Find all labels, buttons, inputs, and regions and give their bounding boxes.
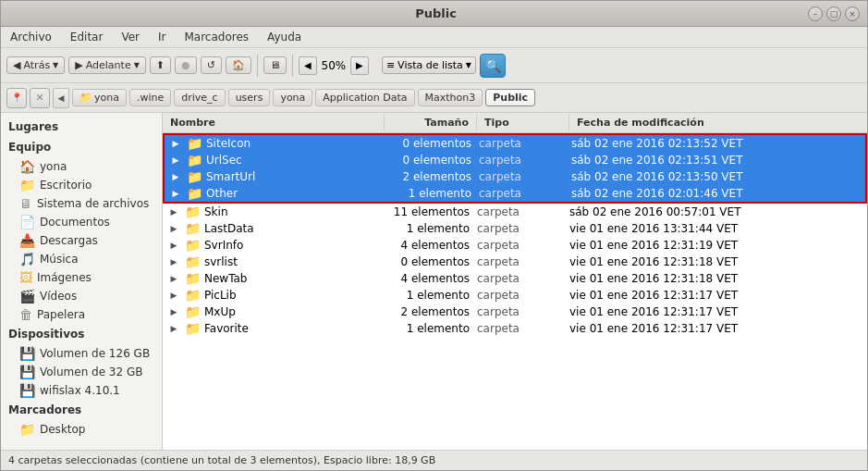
file-type-6: carpeta [477, 239, 569, 252]
table-row[interactable]: ▶ 📁 MxUp 2 elementos carpeta vie 01 ene … [163, 304, 867, 320]
file-date-6: vie 01 ene 2016 12:31:19 VET [569, 239, 867, 252]
file-type-10: carpeta [477, 305, 569, 318]
table-row[interactable]: ▶ 📁 svrlist 0 elementos carpeta vie 01 e… [163, 254, 867, 270]
file-folder-icon: 📁 [185, 205, 201, 219]
sidebar-item-yona[interactable]: 🏠 yona [1, 157, 162, 176]
sidebar-item-wifislax[interactable]: 💾 wifislax 4.10.1 [1, 381, 162, 400]
expand-icon[interactable]: ▶ [166, 254, 181, 269]
col-size-header[interactable]: Tamaño [385, 115, 477, 130]
table-row[interactable]: ▶ 📁 NewTab 4 elementos carpeta vie 01 en… [163, 270, 867, 287]
breadcrumb-wine[interactable]: .wine [129, 89, 171, 106]
sidebar-papelera-label: Papelera [37, 308, 85, 321]
location-close-button[interactable]: ✕ [30, 88, 50, 108]
breadcrumb-yona2[interactable]: yona [273, 89, 312, 106]
menu-editar[interactable]: Editar [65, 29, 109, 45]
expand-icon[interactable]: ▶ [168, 186, 183, 201]
up-button[interactable]: ⬆ [150, 56, 171, 74]
sidebar-item-papelera[interactable]: 🗑 Papelera [1, 305, 162, 324]
toolbar-separator-2 [292, 55, 293, 77]
sidebar-item-filesystem[interactable]: 🖥 Sistema de archivos [1, 194, 162, 213]
menu-marcadores[interactable]: Marcadores [178, 29, 254, 45]
vol32-icon: 💾 [19, 365, 35, 379]
breadcrumb-wine-label: .wine [137, 92, 164, 104]
table-row[interactable]: ▶ 📁 PicLib 1 elemento carpeta vie 01 ene… [163, 287, 867, 304]
menu-ir[interactable]: Ir [153, 29, 171, 45]
table-row[interactable]: ▶ 📁 SmartUrl 2 elementos carpeta sáb 02 … [165, 168, 865, 185]
documentos-icon: 📄 [19, 215, 35, 229]
file-size-2: 2 elementos [386, 170, 479, 183]
breadcrumb-public[interactable]: Public [485, 89, 535, 106]
breadcrumb-appdata[interactable]: Application Data [315, 89, 414, 106]
sidebar-item-descargas[interactable]: 📥 Descargas [1, 231, 162, 250]
expand-icon[interactable]: ▶ [166, 221, 181, 236]
breadcrumb-maxthon3[interactable]: Maxthon3 [418, 89, 483, 106]
col-name-header[interactable]: Nombre [163, 115, 385, 130]
minimize-button[interactable]: – [808, 6, 823, 21]
places-toggle-button[interactable]: 📍 [6, 88, 27, 108]
breadcrumb-users[interactable]: users [228, 89, 271, 106]
zoom-up-button[interactable]: ▶ [350, 56, 369, 75]
sidebar-item-musica[interactable]: 🎵 Música [1, 250, 162, 268]
col-type-header[interactable]: Tipo [477, 115, 569, 130]
file-date-10: vie 01 ene 2016 12:31:17 VET [569, 305, 867, 318]
view-selector[interactable]: ≡ Vista de lista ▼ [382, 56, 476, 74]
sidebar-item-imagenes[interactable]: 🖼 Imágenes [1, 268, 162, 287]
expand-icon[interactable]: ▶ [166, 321, 181, 336]
file-date-5: vie 01 ene 2016 13:31:44 VET [569, 222, 867, 235]
refresh-icon: ↺ [207, 59, 215, 71]
table-row[interactable]: ▶ 📁 SiteIcon 0 elementos carpeta sáb 02 … [165, 135, 865, 152]
table-row[interactable]: ▶ 📁 Other 1 elemento carpeta sáb 02 ene … [165, 185, 865, 202]
file-date-11: vie 01 ene 2016 12:31:17 VET [569, 322, 867, 335]
sidebar-item-vol32[interactable]: 💾 Volumen de 32 GB [1, 363, 162, 381]
computer-button[interactable]: 🖥 [263, 56, 287, 74]
file-size-1: 0 elementos [386, 154, 479, 167]
expand-icon[interactable]: ▶ [166, 238, 181, 253]
file-size-0: 0 elementos [386, 137, 479, 150]
marcadores-header: Marcadores [1, 400, 162, 420]
file-name-11: Favorite [204, 322, 385, 335]
home-button[interactable]: 🏠 [226, 56, 251, 74]
sidebar-item-documentos[interactable]: 📄 Documentos [1, 213, 162, 231]
refresh-button[interactable]: ↺ [201, 56, 222, 74]
back-button[interactable]: ◀ Atrás ▼ [6, 56, 65, 74]
search-button[interactable]: 🔍 [480, 54, 506, 78]
zoom-down-button[interactable]: ◀ [299, 56, 317, 75]
file-name-9: PicLib [204, 289, 385, 302]
sidebar-descargas-label: Descargas [40, 234, 98, 247]
wifislax-icon: 💾 [19, 383, 35, 398]
menu-ayuda[interactable]: Ayuda [262, 29, 307, 45]
selection-group: ▶ 📁 SiteIcon 0 elementos carpeta sáb 02 … [163, 133, 867, 204]
menu-ver[interactable]: Ver [116, 29, 145, 45]
forward-button[interactable]: ▶ Adelante ▼ [68, 56, 146, 74]
expand-icon[interactable]: ▶ [168, 136, 183, 151]
sidebar-item-videos[interactable]: 🎬 Vídeos [1, 287, 162, 305]
table-row[interactable]: ▶ 📁 Skin 11 elementos carpeta sáb 02 ene… [163, 204, 867, 220]
sidebar-item-vol126[interactable]: 💾 Volumen de 126 GB [1, 344, 162, 363]
table-row[interactable]: ▶ 📁 Favorite 1 elemento carpeta vie 01 e… [163, 320, 867, 337]
expand-icon[interactable]: ▶ [168, 153, 183, 167]
table-row[interactable]: ▶ 📁 LastData 1 elemento carpeta vie 01 e… [163, 220, 867, 237]
table-row[interactable]: ▶ 📁 SvrInfo 4 elementos carpeta vie 01 e… [163, 237, 867, 254]
col-date-header[interactable]: Fecha de modificación [569, 115, 867, 130]
file-folder-icon: 📁 [187, 186, 202, 201]
sidebar-item-desktop[interactable]: 📁 Desktop [1, 420, 162, 439]
breadcrumb-yona[interactable]: 📁 yona [72, 89, 127, 106]
file-type-9: carpeta [477, 289, 569, 302]
expand-icon[interactable]: ▶ [168, 169, 183, 184]
file-name-6: SvrInfo [204, 239, 385, 252]
expand-icon[interactable]: ▶ [166, 205, 181, 219]
view-label: Vista de lista [397, 59, 463, 71]
menu-archivo[interactable]: Archivo [5, 29, 57, 45]
table-row[interactable]: ▶ 📁 UrlSec 0 elementos carpeta sáb 02 en… [165, 152, 865, 168]
expand-icon[interactable]: ▶ [166, 288, 181, 303]
close-button[interactable]: × [845, 6, 860, 21]
maximize-button[interactable]: □ [826, 6, 841, 21]
expand-icon[interactable]: ▶ [166, 304, 181, 319]
expand-icon[interactable]: ▶ [166, 271, 181, 286]
breadcrumb-drive_c[interactable]: drive_c [174, 89, 225, 106]
back-dropdown-icon: ▼ [53, 61, 58, 69]
sidebar-item-escritorio[interactable]: 📁 Escritorio [1, 176, 162, 194]
file-date-8: vie 01 ene 2016 12:31:18 VET [569, 272, 867, 285]
breadcrumb-prev-button[interactable]: ◀ [53, 88, 69, 108]
stop-button[interactable]: ● [175, 56, 197, 74]
